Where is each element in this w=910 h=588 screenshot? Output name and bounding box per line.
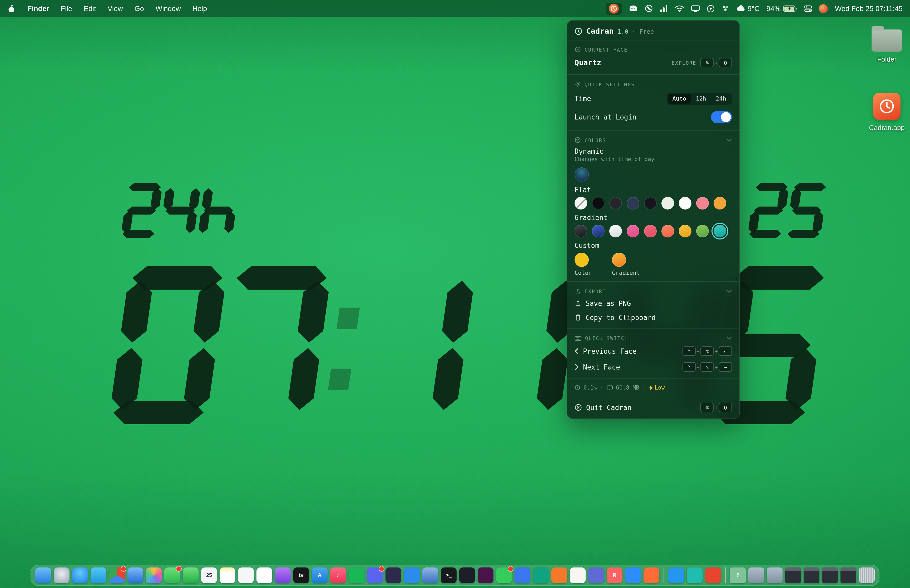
time-format-segmented-control[interactable]: Auto12h24h: [667, 93, 732, 105]
dock-figma[interactable]: [459, 567, 475, 583]
swatch-white-gradient[interactable]: [609, 225, 622, 237]
swatch-mint[interactable]: [661, 197, 674, 210]
dock-minimized-window-2[interactable]: [803, 567, 819, 583]
swatch-orange[interactable]: [714, 197, 726, 210]
dock-folder-documents[interactable]: [748, 567, 764, 583]
next-face-button[interactable]: Next Face ⌃+⌥+→: [567, 359, 739, 375]
weather-item[interactable]: 9°C: [736, 5, 760, 12]
dock-discord[interactable]: [367, 567, 383, 583]
dock-docker[interactable]: [668, 567, 684, 583]
control-center-icon[interactable]: [805, 5, 812, 12]
dock-spotify[interactable]: [349, 567, 364, 583]
dock-blender[interactable]: [551, 567, 567, 583]
time-option-auto[interactable]: Auto: [668, 94, 691, 104]
section-colors[interactable]: COLORS: [567, 132, 739, 145]
dock-signal[interactable]: [514, 567, 530, 583]
dock-safari[interactable]: [72, 567, 88, 583]
dock-app-store[interactable]: A: [312, 567, 328, 583]
menubar-app-name[interactable]: Finder: [27, 5, 49, 12]
dock-facetime[interactable]: [183, 567, 199, 583]
time-option-12h[interactable]: 12h: [691, 94, 711, 104]
dock-whatsapp[interactable]: [496, 567, 512, 583]
dock-xcode[interactable]: [422, 567, 438, 583]
dock-photos[interactable]: [146, 567, 162, 583]
dock-telegram[interactable]: [91, 567, 107, 583]
swatch-navy-gradient[interactable]: [592, 225, 605, 237]
dock-folder-downloads[interactable]: [767, 567, 782, 583]
shortcuts-menubar-icon[interactable]: [721, 5, 729, 12]
swatch-charcoal-gradient[interactable]: [575, 225, 587, 237]
dock-launchpad[interactable]: [54, 567, 70, 583]
dock-messages[interactable]: [164, 567, 180, 583]
desktop-icon-cadran-app[interactable]: Cadran.app: [858, 93, 910, 132]
swatch-magenta-gradient[interactable]: [627, 225, 639, 237]
dock-vscode[interactable]: [404, 567, 420, 583]
dock-podcasts[interactable]: [275, 567, 291, 583]
menu-edit[interactable]: Edit: [84, 5, 96, 12]
dock-linear[interactable]: [588, 567, 604, 583]
dock-notion[interactable]: [570, 567, 586, 583]
dock-music[interactable]: ♪: [330, 567, 346, 583]
save-as-png-button[interactable]: Save as PNG: [567, 296, 739, 310]
dock-notes[interactable]: [220, 567, 235, 583]
previous-face-button[interactable]: Previous Face ⌃+⌥+←: [567, 343, 739, 359]
launch-at-login-toggle[interactable]: [711, 111, 732, 123]
dock-obsidian[interactable]: [385, 567, 401, 583]
time-option-24h[interactable]: 24h: [711, 94, 731, 104]
apple-menu-icon[interactable]: [7, 4, 16, 13]
dock-apple-tv[interactable]: tv: [293, 567, 309, 583]
current-face-row[interactable]: Quartz EXPLORE ⌘+O: [567, 55, 739, 71]
dock-zoom[interactable]: [625, 567, 641, 583]
swatch-green-gradient[interactable]: [696, 225, 709, 237]
dock-calendar[interactable]: 25: [201, 567, 217, 583]
dock-freeform[interactable]: [257, 567, 272, 583]
swatch-rose-gradient[interactable]: [644, 225, 657, 237]
swatch-coral-gradient[interactable]: [661, 225, 674, 237]
swatch-charcoal[interactable]: [644, 197, 657, 210]
dynamic-swatch[interactable]: [575, 167, 589, 182]
dock-minimized-window-1[interactable]: [785, 567, 801, 583]
menu-window[interactable]: Window: [156, 5, 181, 12]
menu-go[interactable]: Go: [134, 5, 144, 12]
whatsapp-menubar-icon[interactable]: [644, 4, 653, 13]
dock-chatgpt[interactable]: [533, 567, 549, 583]
dock-red-app[interactable]: [705, 567, 721, 583]
dock-raycast[interactable]: R: [607, 567, 622, 583]
discord-menubar-icon[interactable]: [629, 5, 637, 12]
swatch-amber-gradient[interactable]: [679, 225, 692, 237]
dock-minimized-window-4[interactable]: [840, 567, 856, 583]
quit-cadran-button[interactable]: Quit Cadran ⌘+Q: [567, 397, 739, 418]
section-export[interactable]: EXPORT: [567, 283, 739, 296]
swatch-white[interactable]: [679, 197, 692, 210]
swatch-black[interactable]: [592, 197, 605, 210]
custom-gradient-swatch[interactable]: [612, 253, 626, 267]
dock-trash[interactable]: [859, 567, 875, 583]
menu-file[interactable]: File: [61, 5, 73, 12]
dock-help-window[interactable]: ?: [730, 567, 746, 583]
menubar-clock[interactable]: Wed Feb 25 07:11:45: [835, 5, 903, 12]
menu-view[interactable]: View: [108, 5, 123, 12]
swatch-coral[interactable]: [696, 197, 709, 210]
stats-menubar-icon[interactable]: [659, 5, 668, 12]
swatch-teal-gradient[interactable]: [714, 225, 726, 237]
dock-postman[interactable]: [643, 567, 659, 583]
swatch-auto[interactable]: [575, 197, 587, 210]
dock-teal-app[interactable]: [687, 567, 703, 583]
swatch-graphite[interactable]: [609, 197, 622, 210]
dock-reminders[interactable]: [238, 567, 254, 583]
swatch-navy[interactable]: [627, 197, 639, 210]
wifi-icon[interactable]: [674, 5, 684, 12]
menu-help[interactable]: Help: [192, 5, 207, 12]
siri-icon[interactable]: [819, 4, 828, 13]
copy-to-clipboard-button[interactable]: Copy to Clipboard: [567, 310, 739, 325]
cadran-menubar-icon[interactable]: [605, 2, 622, 15]
dock-mail[interactable]: [128, 567, 143, 583]
custom-color-swatch[interactable]: [575, 253, 589, 267]
display-menubar-icon[interactable]: [691, 5, 700, 12]
battery-item[interactable]: 94%: [766, 5, 798, 12]
dock-chrome[interactable]: [109, 567, 125, 583]
play-menubar-icon[interactable]: [706, 5, 714, 12]
custom-gradient-item[interactable]: Gradient: [612, 253, 640, 276]
dock-minimized-window-3[interactable]: [822, 567, 838, 583]
dock-slack[interactable]: [478, 567, 493, 583]
